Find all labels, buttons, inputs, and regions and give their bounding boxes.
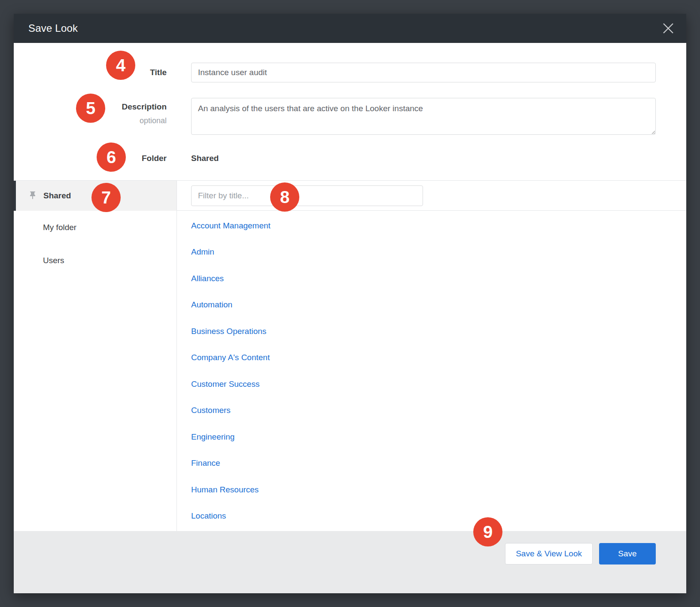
- folder-label-box: Folder: [14, 152, 167, 165]
- callout-badge-4: 4: [106, 51, 135, 80]
- save-and-view-look-button[interactable]: Save & View Look: [505, 543, 593, 565]
- folder-link[interactable]: Engineering: [191, 424, 234, 450]
- sidebar-item-my-folder[interactable]: My folder: [14, 211, 177, 244]
- folder-link[interactable]: Finance: [191, 450, 220, 477]
- callout-badge-6: 6: [97, 143, 126, 172]
- folder-filter-input[interactable]: [191, 185, 423, 206]
- sidebar-item-label: Users: [43, 256, 64, 265]
- save-button[interactable]: Save: [599, 543, 656, 565]
- sidebar-item-label: My folder: [43, 223, 76, 232]
- folder-label: Folder: [142, 154, 167, 163]
- selected-folder-value: Shared: [191, 152, 219, 165]
- pin-icon: [27, 190, 38, 201]
- description-textarea[interactable]: An analysis of the users that are active…: [191, 98, 656, 135]
- callout-badge-5: 5: [76, 94, 105, 123]
- folder-link[interactable]: Company A's Content: [191, 345, 270, 371]
- sidebar-item-users[interactable]: Users: [14, 244, 177, 277]
- folder-link[interactable]: Customer Success: [191, 371, 259, 398]
- callout-badge-9: 9: [473, 517, 502, 546]
- dialog-title: Save Look: [28, 22, 78, 34]
- folder-link[interactable]: Alliances: [191, 265, 224, 292]
- close-icon[interactable]: [660, 21, 676, 36]
- title-label-box: Title: [14, 63, 167, 82]
- callout-badge-7: 7: [91, 183, 121, 212]
- folder-picker-sidebar: Shared My folder Users: [14, 181, 177, 531]
- folder-picker: Shared My folder Users Account Managemen…: [14, 181, 686, 531]
- title-label: Title: [150, 68, 167, 77]
- folder-link[interactable]: Human Resources: [191, 476, 259, 503]
- save-look-dialog: Save Look Title Description optional An …: [14, 14, 686, 593]
- filter-row: [177, 181, 686, 211]
- sidebar-item-label: Shared: [43, 191, 71, 200]
- folder-link[interactable]: Business Operations: [191, 318, 266, 345]
- dialog-header: Save Look: [14, 14, 686, 43]
- title-input[interactable]: [191, 63, 656, 82]
- folder-link[interactable]: Admin: [191, 239, 214, 266]
- description-label: Description: [122, 102, 167, 112]
- folder-link[interactable]: Account Management: [191, 212, 271, 239]
- folder-link[interactable]: Customers: [191, 398, 231, 424]
- folder-link[interactable]: Locations: [191, 503, 226, 530]
- callout-badge-8: 8: [270, 182, 299, 212]
- folder-list: Account Management Admin Alliances Autom…: [177, 211, 686, 529]
- folder-list-panel: Account Management Admin Alliances Autom…: [177, 181, 686, 531]
- description-optional-label: optional: [140, 116, 167, 125]
- dialog-footer: Save & View Look Save: [14, 531, 686, 593]
- page-background: Save Look Title Description optional An …: [0, 0, 700, 607]
- folder-link[interactable]: Automation: [191, 292, 232, 319]
